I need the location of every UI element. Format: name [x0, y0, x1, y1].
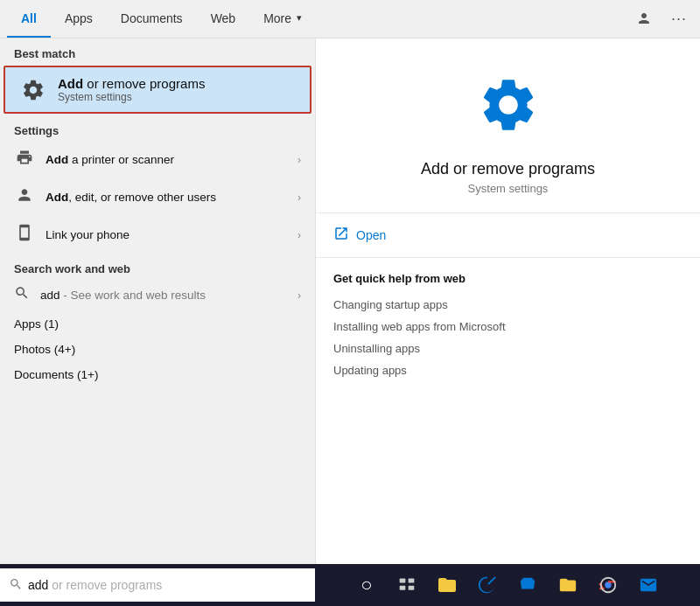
tab-documents[interactable]: Documents [107, 0, 197, 38]
chrome-button[interactable] [589, 566, 627, 604]
printer-icon [14, 149, 35, 171]
users-icon [14, 186, 35, 208]
chevron-right-icon: › [298, 154, 301, 166]
open-icon [333, 226, 349, 245]
phone-label: Link your phone [46, 228, 130, 241]
quickhelp-item-3[interactable]: Updating apps [333, 359, 682, 381]
search-web-item[interactable]: add - See work and web results › [0, 279, 315, 311]
quickhelp-title: Get quick help from web [333, 272, 682, 285]
svg-rect-1 [409, 579, 415, 583]
chevron-right-icon2: › [298, 192, 301, 204]
open-button[interactable]: Open [316, 213, 700, 258]
best-match-title: Add or remove programs [58, 76, 205, 91]
tabs-bar: All Apps Documents Web More ▾ ··· [0, 0, 700, 38]
taskbar: add or remove programs ○ [0, 564, 700, 606]
tab-more[interactable]: More ▾ [249, 0, 316, 38]
file-explorer-button[interactable] [428, 566, 466, 604]
search-placeholder: or remove programs [48, 578, 162, 592]
chevron-right-icon4: › [298, 289, 301, 302]
search-web-label: Search work and web [0, 254, 315, 279]
search-web-label-text: add - See work and web results [40, 289, 206, 302]
svg-rect-0 [400, 579, 406, 583]
search-typed: add [28, 578, 48, 592]
search-panel: All Apps Documents Web More ▾ ··· [0, 0, 700, 606]
settings-item-phone[interactable]: Link your phone › [0, 216, 315, 254]
tab-apps[interactable]: Apps [51, 0, 107, 38]
edge-button[interactable] [468, 566, 507, 604]
right-panel: Add or remove programs System settings O… [315, 38, 700, 606]
tab-web[interactable]: Web [197, 0, 250, 38]
quickhelp-item-0[interactable]: Changing startup apps [333, 294, 682, 316]
right-top: Add or remove programs System settings [316, 38, 700, 213]
taskbar-icons: ○ [315, 566, 700, 604]
more-options-button[interactable]: ··· [665, 5, 693, 33]
users-label: Add, edit, or remove other users [46, 191, 216, 204]
folder-button[interactable] [549, 566, 587, 604]
settings-item-users[interactable]: Add, edit, or remove other users › [0, 178, 315, 216]
gear-icon [19, 78, 47, 102]
quickhelp-section: Get quick help from web Changing startup… [316, 258, 700, 395]
settings-label: Settings [0, 115, 315, 141]
taskbar-search[interactable]: add or remove programs [0, 568, 315, 602]
category-apps[interactable]: Apps (1) [0, 311, 315, 337]
right-title: Add or remove programs [421, 160, 595, 178]
task-view-button[interactable] [388, 566, 426, 604]
quickhelp-item-2[interactable]: Uninstalling apps [333, 338, 682, 359]
taskbar-search-icon [9, 577, 23, 594]
feedback-icon [636, 11, 652, 27]
mail-button[interactable] [629, 566, 668, 604]
right-subtitle: System settings [468, 182, 549, 195]
best-match-text: Add or remove programs System settings [58, 76, 205, 103]
category-photos[interactable]: Photos (4+) [0, 337, 315, 362]
store-button[interactable] [508, 566, 547, 604]
phone-icon [14, 224, 35, 246]
best-match-item[interactable]: Add or remove programs System settings [4, 66, 312, 114]
tabs-right: ··· [630, 5, 693, 33]
quickhelp-item-1[interactable]: Installing web apps from Microsoft [333, 316, 682, 338]
svg-rect-3 [409, 586, 415, 590]
settings-item-printer[interactable]: Add a printer or scanner › [0, 141, 315, 178]
feedback-button[interactable] [630, 5, 658, 33]
ellipsis-icon: ··· [671, 10, 687, 28]
more-arrow-icon: ▾ [297, 12, 302, 24]
best-match-label: Best match [0, 38, 315, 64]
best-match-subtitle: System settings [58, 91, 205, 103]
category-documents[interactable]: Documents (1+) [0, 362, 315, 387]
tabs-left: All Apps Documents Web More ▾ [7, 0, 316, 38]
taskbar-search-text: add or remove programs [28, 578, 162, 592]
open-label: Open [356, 228, 386, 242]
content-area: Best match Add or remove programs System… [0, 38, 700, 606]
chevron-right-icon3: › [298, 229, 301, 241]
right-gear-icon [477, 73, 540, 150]
tab-all[interactable]: All [7, 0, 51, 38]
left-panel: Best match Add or remove programs System… [0, 38, 315, 606]
svg-rect-2 [400, 586, 406, 590]
tab-more-label: More [263, 11, 291, 25]
search-icon [14, 285, 30, 305]
printer-label: Add a printer or scanner [46, 153, 174, 166]
cortana-button[interactable]: ○ [347, 566, 386, 604]
